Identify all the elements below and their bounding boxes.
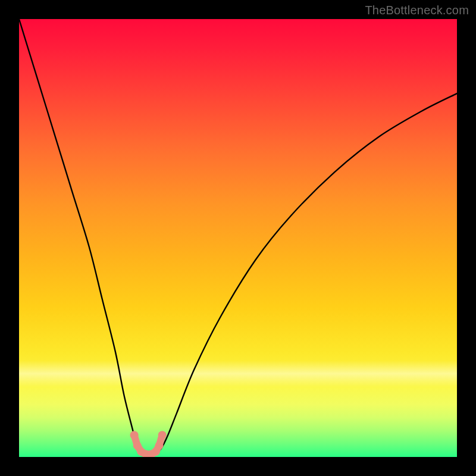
- marker-dot: [130, 431, 139, 439]
- attribution-text: TheBottleneck.com: [365, 4, 469, 17]
- curve-layer: [19, 19, 457, 457]
- marker-cluster: [130, 431, 167, 457]
- marker-dot: [155, 441, 164, 450]
- chart-frame: TheBottleneck.com: [0, 0, 476, 476]
- bottleneck-curve-path: [19, 19, 457, 457]
- plot-area: [19, 19, 457, 457]
- marker-dot: [158, 431, 167, 439]
